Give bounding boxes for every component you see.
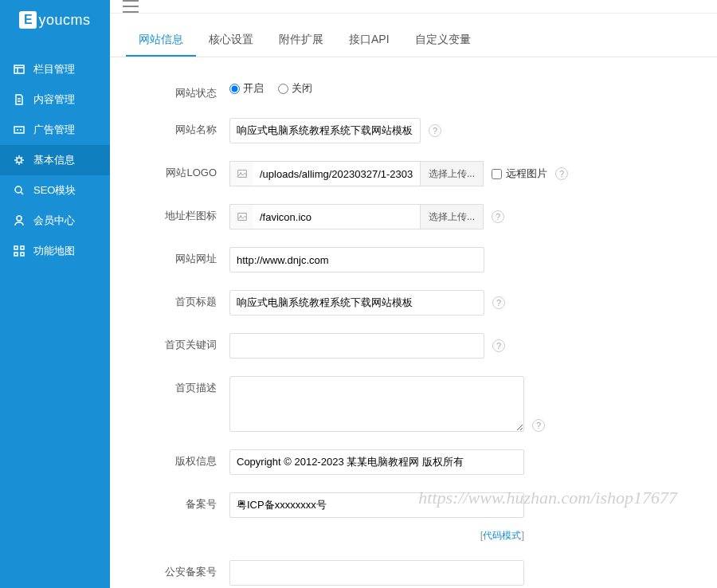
beian-input[interactable] xyxy=(229,492,524,518)
title-input[interactable] xyxy=(229,290,484,316)
svg-rect-6 xyxy=(21,253,24,256)
desc-textarea[interactable] xyxy=(229,376,524,432)
tabs: 网站信息 核心设置 附件扩展 接口API 自定义变量 xyxy=(110,25,717,57)
logo-text: youcms xyxy=(38,12,90,29)
sidebar-item-seo[interactable]: SEO模块 xyxy=(0,175,110,206)
sidebar-label: 广告管理 xyxy=(33,123,75,137)
settings-icon xyxy=(13,154,25,167)
status-radio-group: 开启 关闭 xyxy=(229,81,312,96)
sidebar-label: 基本信息 xyxy=(33,153,75,167)
sidebar-label: 会员中心 xyxy=(33,214,75,228)
sidebar-item-member[interactable]: 会员中心 xyxy=(0,206,110,236)
sidebar-item-map[interactable]: 功能地图 xyxy=(0,236,110,266)
columns-icon xyxy=(13,63,25,76)
gongan-label: 公安备案号 xyxy=(134,560,229,579)
svg-rect-9 xyxy=(237,214,246,221)
copyright-label: 版权信息 xyxy=(134,449,229,468)
sidebar-item-basicinfo[interactable]: 基本信息 xyxy=(0,145,110,175)
tab-api[interactable]: 接口API xyxy=(336,25,402,57)
svg-rect-3 xyxy=(14,246,18,249)
help-icon[interactable]: ? xyxy=(492,210,504,223)
logo-badge: E xyxy=(19,11,37,29)
sidebar-label: 内容管理 xyxy=(33,92,75,107)
ad-icon xyxy=(13,123,25,136)
help-icon[interactable]: ? xyxy=(492,339,505,352)
help-icon[interactable]: ? xyxy=(492,296,505,309)
sidebar: Eyoucms 栏目管理 内容管理 广告管理 基本信息 SEO模块 xyxy=(0,0,110,588)
seo-icon xyxy=(13,184,25,197)
status-close-radio[interactable]: 关闭 xyxy=(278,81,312,96)
help-icon[interactable]: ? xyxy=(555,167,568,180)
svg-point-2 xyxy=(17,216,22,221)
logo-label: 网站LOGO xyxy=(134,161,229,180)
topbar xyxy=(110,0,717,14)
tab-custom[interactable]: 自定义变量 xyxy=(402,25,484,57)
copyright-input[interactable] xyxy=(229,449,524,475)
tab-attachment[interactable]: 附件扩展 xyxy=(266,25,336,57)
svg-point-0 xyxy=(17,158,22,163)
image-icon xyxy=(229,161,253,186)
help-icon[interactable]: ? xyxy=(429,124,441,137)
remote-image-label: 远程图片 xyxy=(506,167,547,181)
svg-point-1 xyxy=(15,186,22,193)
svg-rect-7 xyxy=(237,171,246,178)
favicon-upload-button[interactable]: 选择上传... xyxy=(421,204,484,229)
menu-toggle-icon[interactable] xyxy=(123,0,139,13)
image-icon xyxy=(229,204,253,229)
remote-image-checkbox[interactable] xyxy=(492,169,502,179)
favicon-input[interactable] xyxy=(253,204,421,229)
code-mode-link[interactable]: 代码模式 xyxy=(483,530,521,541)
url-label: 网站网址 xyxy=(134,247,229,266)
gongan-input[interactable] xyxy=(229,560,524,586)
sidebar-nav: 栏目管理 内容管理 广告管理 基本信息 SEO模块 会员中心 xyxy=(0,40,110,266)
sidebar-label: 栏目管理 xyxy=(33,62,75,76)
favicon-label: 地址栏图标 xyxy=(134,204,229,223)
svg-rect-5 xyxy=(14,253,18,256)
sidebar-label: 功能地图 xyxy=(33,244,75,258)
tab-core[interactable]: 核心设置 xyxy=(196,25,266,57)
logo-upload-button[interactable]: 选择上传... xyxy=(421,161,484,186)
logo-input[interactable] xyxy=(253,161,421,186)
logo: Eyoucms xyxy=(0,0,110,40)
sidebar-item-content[interactable]: 内容管理 xyxy=(0,84,110,115)
user-icon xyxy=(13,214,25,227)
sidebar-item-ad[interactable]: 广告管理 xyxy=(0,115,110,145)
svg-rect-4 xyxy=(21,246,24,249)
form: 网站状态 开启 关闭 网站名称 ? 网站LOGO xyxy=(110,57,717,588)
name-label: 网站名称 xyxy=(134,118,229,137)
title-label: 首页标题 xyxy=(134,290,229,309)
url-input[interactable] xyxy=(229,247,484,272)
help-icon[interactable]: ? xyxy=(532,419,545,432)
tab-siteinfo[interactable]: 网站信息 xyxy=(126,25,196,57)
grid-icon xyxy=(13,245,25,257)
desc-label: 首页描述 xyxy=(134,376,229,395)
status-label: 网站状态 xyxy=(134,81,229,100)
keywords-input[interactable] xyxy=(229,333,484,359)
sidebar-item-columns[interactable]: 栏目管理 xyxy=(0,54,110,84)
status-open-radio[interactable]: 开启 xyxy=(229,81,264,96)
document-icon xyxy=(13,93,25,106)
beian-label: 备案号 xyxy=(134,492,229,512)
name-input[interactable] xyxy=(229,118,421,143)
sidebar-label: SEO模块 xyxy=(33,183,76,198)
main: 网站信息 核心设置 附件扩展 接口API 自定义变量 网站状态 开启 关闭 网站… xyxy=(110,0,717,588)
keywords-label: 首页关键词 xyxy=(134,333,229,352)
